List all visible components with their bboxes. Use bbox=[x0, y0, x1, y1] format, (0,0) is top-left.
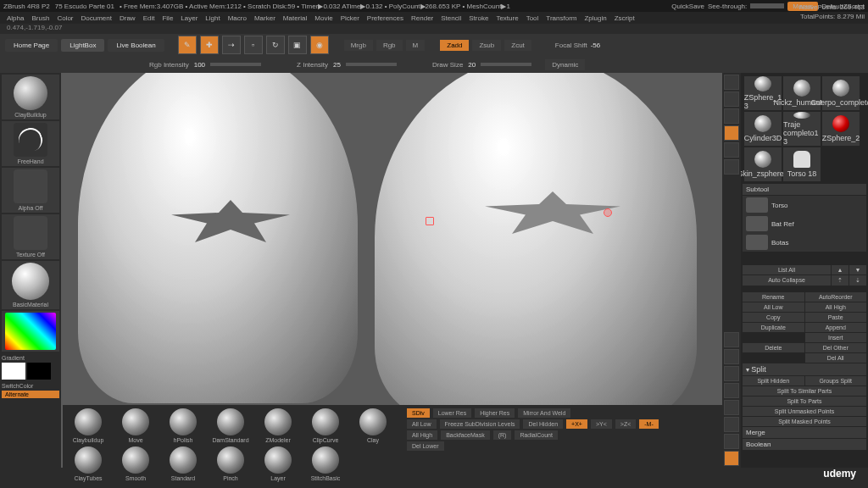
menu-layer[interactable]: Layer bbox=[181, 14, 198, 22]
tab-liveboolean[interactable]: Live Boolean bbox=[108, 39, 164, 52]
linefill-icon[interactable] bbox=[724, 383, 739, 398]
subtool-row[interactable]: Torso bbox=[743, 196, 866, 214]
radial-label[interactable]: RadialCount bbox=[515, 430, 558, 440]
splitsimilar-button[interactable]: Split To Similar Parts bbox=[743, 386, 866, 396]
scale-icon[interactable]: ▫ bbox=[244, 36, 263, 54]
menu-light[interactable]: Light bbox=[205, 14, 220, 22]
rgbint-slider[interactable] bbox=[210, 63, 261, 66]
menu-zscript[interactable]: Zscript bbox=[615, 14, 635, 22]
menu-texture[interactable]: Texture bbox=[496, 14, 518, 22]
brush-hpolish[interactable]: hPolish bbox=[161, 408, 205, 443]
menu-alpha[interactable]: Alpha bbox=[7, 14, 24, 22]
brush-clay[interactable]: Clay bbox=[351, 408, 395, 443]
splitparts-button[interactable]: Split To Parts bbox=[743, 396, 866, 406]
delhidden-button[interactable]: Del Hidden bbox=[523, 419, 563, 429]
subtool-row[interactable]: Bat Ref bbox=[743, 214, 866, 233]
autoreorder-button[interactable]: AutoReorder bbox=[805, 292, 867, 302]
zp-button[interactable]: >Z< bbox=[615, 419, 636, 429]
menu-zplugin[interactable]: Zplugin bbox=[584, 14, 606, 22]
menu-edit[interactable]: Edit bbox=[143, 14, 155, 22]
autocollapse-button[interactable]: Auto Collapse bbox=[743, 275, 831, 286]
quicksave-button[interactable]: QuickSave bbox=[671, 3, 704, 10]
splithidden-button[interactable]: Split Hidden bbox=[743, 376, 804, 385]
tool-thumb[interactable]: Torso 18 bbox=[783, 147, 821, 181]
solo-icon[interactable] bbox=[724, 434, 739, 449]
rgbint-value[interactable]: 100 bbox=[194, 61, 205, 69]
arrow-down-icon[interactable]: ▼ bbox=[849, 265, 866, 274]
tool-icon[interactable]: ▣ bbox=[288, 36, 307, 54]
switch-color[interactable] bbox=[2, 363, 59, 380]
brush-claytubes[interactable]: ClayTubes bbox=[66, 446, 110, 481]
menu-stroke[interactable]: Stroke bbox=[469, 14, 488, 22]
polyf-icon[interactable] bbox=[724, 366, 739, 381]
edit-icon[interactable]: ✎ bbox=[178, 36, 197, 54]
delete-button[interactable]: Delete bbox=[743, 343, 804, 352]
rgb-button[interactable]: Rgb bbox=[376, 40, 403, 51]
yp-button[interactable]: >Y< bbox=[591, 419, 612, 429]
brush-standard[interactable]: Standard bbox=[161, 446, 205, 481]
tool-thumb[interactable]: ZSphere_2 bbox=[822, 112, 860, 146]
menu-color[interactable]: Color bbox=[57, 14, 73, 22]
insert-button[interactable]: Insert bbox=[805, 333, 867, 342]
menu-marker[interactable]: Marker bbox=[254, 14, 275, 22]
transp-icon[interactable] bbox=[724, 400, 739, 415]
menu-picker[interactable]: Picker bbox=[341, 14, 359, 22]
bpr-icon[interactable] bbox=[724, 75, 739, 90]
move-icon[interactable]: ⇢ bbox=[222, 36, 241, 54]
alllow2-button[interactable]: All Low bbox=[407, 419, 437, 429]
brush-move[interactable]: Move bbox=[114, 408, 158, 443]
zsub-button[interactable]: Zsub bbox=[472, 40, 501, 51]
zoom3d-icon[interactable] bbox=[724, 349, 739, 364]
dynamic-button[interactable]: Dynamic bbox=[545, 59, 585, 70]
delother-button[interactable]: Del Other bbox=[805, 343, 867, 352]
tool-thumb[interactable]: Cuerpo_completo bbox=[822, 76, 860, 110]
groupssplit-button[interactable]: Groups Split bbox=[805, 376, 867, 385]
subtool-row[interactable]: Botas bbox=[743, 233, 866, 252]
allhigh-button[interactable]: All High bbox=[805, 302, 867, 312]
gizmo-marker[interactable] bbox=[426, 217, 434, 225]
material-slot[interactable]: BasicMaterial bbox=[2, 261, 59, 309]
zadd-button[interactable]: Zadd bbox=[440, 40, 469, 51]
tool-thumb[interactable]: Traje completo1 3 bbox=[783, 112, 821, 146]
menu-file[interactable]: File bbox=[162, 14, 173, 22]
copy-button[interactable]: Copy bbox=[743, 313, 804, 322]
gizmo-marker[interactable] bbox=[604, 208, 612, 217]
tab-lightbox[interactable]: LightBox bbox=[61, 39, 104, 52]
menu-tool[interactable]: Tool bbox=[526, 14, 539, 22]
lsym-icon[interactable] bbox=[724, 142, 739, 158]
boolean-header[interactable]: Boolean bbox=[743, 439, 866, 450]
sdiv-slider[interactable]: SDiv bbox=[407, 408, 430, 418]
alllow-button[interactable]: All Low bbox=[743, 302, 804, 312]
menu-material[interactable]: Material bbox=[283, 14, 307, 22]
xyz-icon[interactable] bbox=[724, 159, 739, 175]
mirror-button[interactable]: Mirror And Weld bbox=[518, 408, 570, 418]
texture-slot[interactable]: Texture Off bbox=[2, 214, 59, 259]
zint-slider[interactable] bbox=[346, 63, 397, 66]
splitmasked-button[interactable]: Split Masked Points bbox=[743, 417, 866, 426]
splitunmasked-button[interactable]: Split Unmasked Points bbox=[743, 407, 866, 416]
alpha-slot[interactable]: Alpha Off bbox=[2, 168, 59, 213]
brush-smooth[interactable]: Smooth bbox=[114, 446, 158, 481]
zcut-button[interactable]: Zcut bbox=[504, 40, 531, 51]
brush-damstandard[interactable]: DamStandard bbox=[209, 408, 253, 443]
ghost-icon[interactable] bbox=[724, 417, 739, 432]
xpose-icon[interactable] bbox=[724, 451, 739, 466]
brush-slot[interactable]: ClayBuildup bbox=[2, 75, 59, 119]
subtool-header[interactable]: Subtool bbox=[743, 184, 866, 195]
brush-clipcurve[interactable]: ClipCurve bbox=[303, 408, 348, 443]
r-button[interactable]: (R) bbox=[493, 430, 512, 440]
brush-layer[interactable]: Layer bbox=[256, 446, 300, 481]
duplicate-button[interactable]: Duplicate bbox=[743, 323, 804, 332]
dellower-button[interactable]: Del Lower bbox=[407, 441, 444, 451]
draw-icon[interactable]: ✚ bbox=[200, 36, 219, 54]
visibility-icon[interactable] bbox=[746, 197, 768, 213]
visibility-icon[interactable] bbox=[746, 216, 768, 231]
paste-button[interactable]: Paste bbox=[805, 313, 867, 322]
listall-button[interactable]: List All bbox=[743, 265, 831, 274]
gizmo-icon[interactable]: ◉ bbox=[310, 36, 329, 54]
brush-pinch[interactable]: Pinch bbox=[209, 446, 253, 481]
menu-brush[interactable]: Brush bbox=[31, 14, 49, 22]
m-button[interactable]: M bbox=[406, 40, 426, 51]
rename-button[interactable]: Rename bbox=[743, 292, 804, 302]
tool-thumb[interactable]: Skin_zsphere1 bbox=[744, 147, 782, 181]
